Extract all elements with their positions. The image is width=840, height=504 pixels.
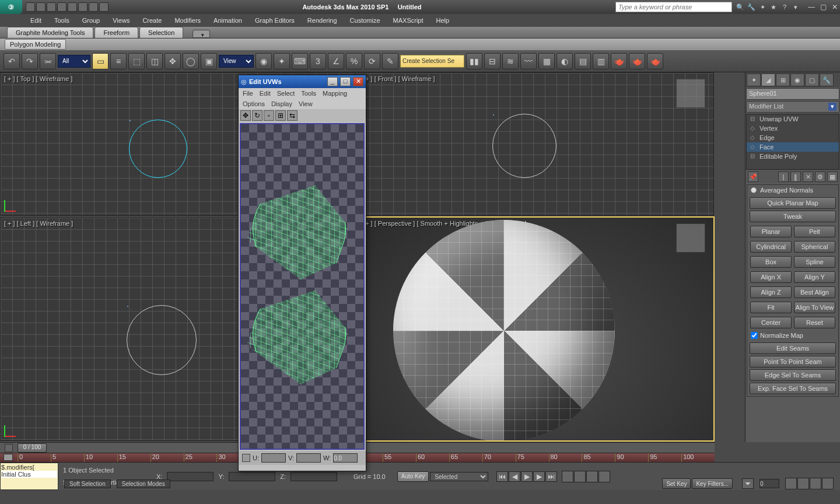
modifier-stack[interactable]: Unwrap UVW Vertex Edge Face Editable Pol… bbox=[746, 114, 839, 170]
mirror-icon[interactable]: ▮▮ bbox=[466, 53, 482, 69]
maxscript-listener[interactable]: $.modifiers[ Initial Clus bbox=[0, 463, 58, 490]
stack-editable-poly[interactable]: Editable Poly bbox=[747, 152, 839, 161]
best-align-button[interactable]: Best Align bbox=[794, 286, 836, 298]
uvw-minimize-button[interactable]: _ bbox=[327, 77, 338, 86]
menu-group[interactable]: Group bbox=[76, 16, 106, 25]
key-mode-icon[interactable]: ⏷ bbox=[742, 478, 754, 489]
edit-seams-button[interactable]: Edit Seams bbox=[750, 342, 836, 354]
selection-filter-dropdown[interactable]: All bbox=[58, 55, 90, 68]
polygon-modeling-panel[interactable]: Polygon Modeling bbox=[5, 39, 66, 50]
uv-island[interactable] bbox=[240, 169, 359, 289]
menu-maxscript[interactable]: MAXScript bbox=[387, 16, 429, 25]
normalize-map-checkbox[interactable]: Normalize Map bbox=[747, 330, 838, 341]
zoom-extents-icon[interactable] bbox=[785, 478, 797, 489]
qat-undo-icon[interactable] bbox=[57, 2, 66, 12]
percent-snap-icon[interactable]: % bbox=[346, 53, 362, 69]
stack-vertex[interactable]: Vertex bbox=[747, 124, 839, 133]
spline-button[interactable]: Spline bbox=[794, 256, 836, 268]
uvw-menu-tools[interactable]: Tools bbox=[298, 89, 319, 97]
qat-redo-icon[interactable] bbox=[78, 2, 88, 12]
zoom-all-icon[interactable] bbox=[797, 478, 809, 489]
menu-animation[interactable]: Animation bbox=[208, 16, 248, 25]
tab-motion-icon[interactable]: ◉ bbox=[790, 74, 804, 86]
render-prod-icon[interactable]: 🫖 bbox=[611, 53, 627, 69]
center-button[interactable]: Center bbox=[750, 317, 792, 328]
uvw-lock-icon[interactable] bbox=[242, 454, 250, 462]
rotate-icon[interactable]: ◯ bbox=[183, 53, 199, 69]
search-go-icon[interactable]: 🔍 bbox=[736, 2, 745, 12]
rollout-area[interactable]: Averaged Normals Quick Planar Map Tweak … bbox=[746, 183, 840, 442]
uvw-titlebar[interactable]: ◎ Edit UVWs _ □ ✕ bbox=[239, 75, 366, 88]
ribbon-minimize-button[interactable]: ▾ bbox=[192, 30, 210, 38]
align-to-view-button[interactable]: Align To View bbox=[794, 302, 836, 313]
select-by-name-icon[interactable]: ≡ bbox=[110, 53, 127, 69]
stack-face[interactable]: Face bbox=[747, 142, 839, 152]
soft-selection-group[interactable]: Soft Selection bbox=[64, 480, 111, 488]
undo-icon[interactable]: ↶ bbox=[4, 53, 20, 69]
uvw-mirror-icon[interactable]: ⇆ bbox=[287, 110, 298, 121]
tweak-button[interactable]: Tweak bbox=[750, 211, 836, 222]
menu-tools[interactable]: Tools bbox=[48, 16, 75, 25]
render-iter-icon[interactable]: 🫖 bbox=[629, 53, 645, 69]
help-drop-icon[interactable]: ▾ bbox=[791, 2, 800, 12]
uvw-u-input[interactable] bbox=[261, 453, 286, 463]
uvw-menu-select[interactable]: Select bbox=[274, 89, 298, 97]
menu-grapheditors[interactable]: Graph Editors bbox=[249, 16, 300, 25]
show-end-result-icon[interactable]: | bbox=[778, 172, 789, 182]
menu-edit[interactable]: Edit bbox=[24, 16, 47, 25]
menu-views[interactable]: Views bbox=[107, 16, 135, 25]
qat-new-icon[interactable] bbox=[26, 2, 35, 12]
uvw-menu-view[interactable]: View bbox=[296, 100, 316, 108]
key-filters-button[interactable]: Key Filters... bbox=[692, 478, 733, 489]
point-to-point-seam-button[interactable]: Point To Point Seam bbox=[750, 356, 836, 368]
manipulate-icon[interactable]: ✦ bbox=[274, 53, 290, 69]
angle-snap-icon[interactable]: ∠ bbox=[328, 53, 344, 69]
uvw-w-input[interactable] bbox=[333, 453, 358, 463]
fit-button[interactable]: Fit bbox=[750, 302, 792, 313]
uvw-menu-edit[interactable]: Edit bbox=[257, 89, 274, 97]
favorites-icon[interactable]: ★ bbox=[769, 2, 778, 12]
time-slider-knob[interactable]: 0 / 100 bbox=[18, 443, 47, 453]
spinner-snap-icon[interactable]: ⟳ bbox=[364, 53, 380, 69]
align-y-button[interactable]: Align Y bbox=[794, 271, 836, 283]
subscription-icon[interactable]: ✦ bbox=[758, 2, 767, 12]
selection-modes-group[interactable]: Selection Modes bbox=[117, 480, 170, 488]
move-icon[interactable]: ✥ bbox=[164, 53, 181, 69]
cylindrical-button[interactable]: Cylindrical bbox=[750, 241, 792, 253]
viewport-label[interactable]: [ + ] [ Top ] [ Wireframe ] bbox=[4, 75, 72, 82]
viewport-perspective[interactable]: [ + ] [ Perspective ] [ Smooth + Highlig… bbox=[358, 217, 714, 441]
reset-button[interactable]: Reset bbox=[794, 317, 836, 328]
modifier-list-dropdown[interactable]: Modifier List▾ bbox=[746, 101, 839, 113]
stack-edge[interactable]: Edge bbox=[747, 133, 839, 142]
edit-named-sel-icon[interactable]: ✎ bbox=[382, 53, 398, 69]
planar-button[interactable]: Planar bbox=[750, 226, 792, 237]
viewport-label[interactable]: [ + ] [ Left ] [ Wireframe ] bbox=[4, 220, 73, 227]
qat-undo-drop-icon[interactable] bbox=[68, 2, 77, 12]
viewport-front[interactable]: [ + ] [ Front ] [ Wireframe ] bbox=[358, 72, 714, 216]
qat-open-icon[interactable] bbox=[36, 2, 46, 12]
face-sel-to-seams-button[interactable]: Exp. Face Sel To Seams bbox=[750, 383, 836, 394]
tab-hierarchy-icon[interactable]: ⊞ bbox=[776, 74, 790, 86]
schematic-view-icon[interactable]: ▦ bbox=[538, 53, 555, 69]
maximize-button[interactable]: ▢ bbox=[818, 3, 828, 11]
menu-help[interactable]: Help bbox=[430, 16, 456, 25]
uvw-maximize-button[interactable]: □ bbox=[340, 77, 351, 86]
edge-sel-to-seams-button[interactable]: Edge Sel To Seams bbox=[750, 369, 836, 381]
comm-center-icon[interactable]: 🔧 bbox=[747, 2, 756, 12]
uvw-v-input[interactable] bbox=[296, 453, 321, 463]
stack-options-icon[interactable]: ▦ bbox=[827, 172, 838, 182]
timeslider-toggle-icon[interactable] bbox=[5, 444, 13, 452]
averaged-normals-radio[interactable]: Averaged Normals bbox=[747, 185, 838, 195]
maximize-viewport-icon[interactable] bbox=[822, 478, 834, 489]
ref-coord-dropdown[interactable]: View bbox=[219, 55, 254, 68]
pelt-button[interactable]: Pelt bbox=[794, 226, 836, 237]
uvw-menu-file[interactable]: File bbox=[240, 89, 256, 97]
uvw-move-icon[interactable]: ✥ bbox=[240, 110, 251, 121]
close-button[interactable]: ✕ bbox=[830, 3, 840, 11]
menu-customize[interactable]: Customize bbox=[344, 16, 386, 25]
uvw-canvas[interactable] bbox=[240, 123, 365, 450]
pivot-center-icon[interactable]: ◉ bbox=[256, 53, 272, 69]
tab-graphite-modeling[interactable]: Graphite Modeling Tools bbox=[7, 27, 93, 38]
current-frame-input[interactable] bbox=[760, 479, 779, 488]
tab-create-icon[interactable]: ✦ bbox=[747, 74, 761, 86]
